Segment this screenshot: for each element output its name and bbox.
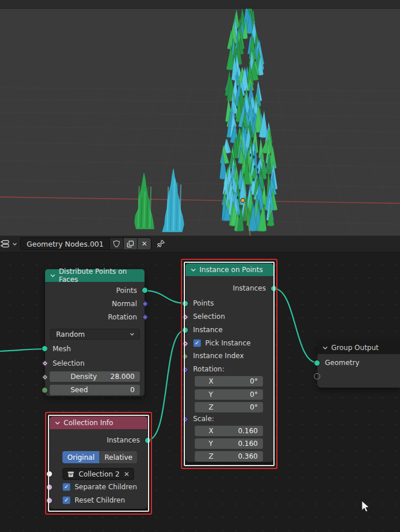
rotation-label: Rotation: [186,363,273,375]
socket-out-points[interactable] [142,287,148,293]
input-instance-index: Instance Index [186,349,273,362]
output-points: Points [45,284,145,297]
pin-icon [156,239,165,248]
input-selection: Selection [186,310,273,323]
socket-in-mesh[interactable] [42,345,48,352]
scale-label: Scale: [186,412,273,425]
pin-button[interactable] [156,239,165,248]
distribution-method-dropdown[interactable]: Random [50,329,140,340]
socket-out-instances[interactable] [145,437,151,444]
pick-instance-row: ✓ Pick Instance [186,337,273,349]
rotation-z-field[interactable]: Z0° [195,402,263,412]
rotation-y-field[interactable]: Y0° [195,389,263,400]
collapse-chevron-icon[interactable] [55,421,60,425]
close-icon: ✕ [142,240,147,248]
scale-z-field[interactable]: Z0.360 [195,451,263,462]
node-header[interactable]: Instance on Points [186,263,273,276]
chevron-down-icon [129,332,135,336]
top-strip [0,0,400,9]
chevron-down-icon [12,242,17,246]
separate-children-checkbox[interactable]: ✓ [62,483,71,491]
seed-field[interactable]: Seed0 [50,385,140,395]
close-icon[interactable]: ✕ [124,470,129,478]
collapse-chevron-icon[interactable] [50,274,55,277]
output-instances: Instances [186,282,273,295]
socket-in-density[interactable] [42,374,48,380]
collection-selector[interactable]: Collection 2 ✕ [62,468,134,480]
input-instance: Instance [186,323,273,336]
3d-viewport[interactable] [0,9,400,236]
separate-children-row: ✓ Separate Children [50,481,147,493]
socket-in-reset-children[interactable] [46,497,53,504]
output-instances: Instances [50,434,147,447]
socket-out-normal[interactable] [142,300,148,307]
node-editor-canvas[interactable]: Distribute Points on Faces Points Normal… [0,252,400,532]
node-header[interactable]: Distribute Points on Faces [45,269,145,282]
socket-out-rotation[interactable] [142,314,148,320]
socket-in-separate-children[interactable] [46,484,53,490]
socket-in-selection[interactable] [42,360,48,366]
node-instance-on-points[interactable]: Instance on Points Instances Points Sele… [186,263,273,462]
collection-icon [67,471,75,478]
socket-out-instances[interactable] [271,285,277,292]
relative-button[interactable]: Relative [99,451,137,463]
blender-window: Geometry Nodes.001 ✕ [0,0,400,532]
socket-in-geometry[interactable] [314,360,320,366]
reset-children-checkbox[interactable]: ✓ [62,496,71,504]
editor-type-button[interactable] [1,239,17,248]
viewport-scene [0,9,400,236]
node-group-output[interactable]: Group Output Geometry [317,341,400,388]
socket-in-selection[interactable] [182,314,188,320]
input-points: Points [186,297,273,310]
check-icon: ✓ [64,484,69,490]
output-normal: Normal [45,297,145,310]
socket-in-scale[interactable] [182,416,188,422]
input-mesh: Mesh [45,343,145,355]
copy-pages-icon [127,240,134,248]
socket-in-collection[interactable] [46,471,53,477]
duplicate-data-button[interactable] [123,237,138,250]
node-editor-icon [1,239,11,248]
node-header[interactable]: Group Output [317,341,400,354]
socket-in-rotation[interactable] [182,366,188,373]
input-selection: Selection [45,357,145,370]
output-rotation: Rotation [45,311,145,323]
rotation-x-field[interactable]: X0° [195,376,263,386]
original-button[interactable]: Original [62,451,99,463]
check-icon: ✓ [64,497,69,503]
scale-y-field[interactable]: Y0.160 [195,438,263,449]
input-geometry: Geometry [317,356,400,369]
collapse-chevron-icon[interactable] [323,346,328,349]
pick-instance-checkbox[interactable]: ✓ [193,339,201,347]
socket-virtual[interactable] [314,373,320,380]
socket-in-pick-instance[interactable] [182,340,188,347]
node-tree-name-widget: Geometry Nodes.001 ✕ [20,237,151,250]
node-tree-name-input[interactable]: Geometry Nodes.001 [20,237,110,250]
node-title: Instance on Points [199,266,263,274]
socket-in-seed[interactable] [42,387,48,393]
check-icon: ✓ [195,340,199,346]
node-header[interactable]: Collection Info [50,416,147,429]
socket-in-instance-index[interactable] [182,353,188,359]
unlink-button[interactable]: ✕ [137,237,151,250]
node-editor-header: Geometry Nodes.001 ✕ [0,236,400,252]
reset-children-row: ✓ Reset Children [50,494,147,507]
node-title: Collection Info [64,419,113,427]
node-title: Distribute Points on Faces [59,267,145,284]
socket-in-instance[interactable] [182,327,188,333]
node-collection-info[interactable]: Collection Info Instances Original Relat… [50,416,147,509]
collapse-chevron-icon[interactable] [191,268,196,271]
density-field[interactable]: Density28.000 [50,371,140,382]
fake-user-button[interactable] [109,237,124,250]
socket-in-points[interactable] [182,300,188,307]
transform-mode-buttons: Original Relative [62,451,137,463]
node-distribute-points-on-faces[interactable]: Distribute Points on Faces Points Normal… [45,269,145,396]
node-title: Group Output [331,344,379,352]
scale-x-field[interactable]: X0.160 [195,426,263,436]
shield-icon [113,240,120,248]
